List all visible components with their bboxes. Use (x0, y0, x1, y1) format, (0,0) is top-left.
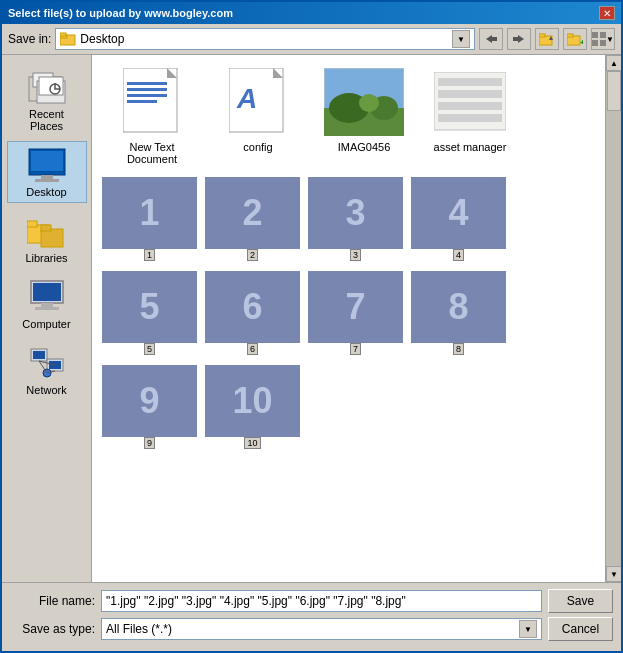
file-item-8[interactable]: 8 8 (411, 271, 506, 355)
scroll-down-button[interactable]: ▼ (606, 566, 621, 582)
svg-rect-42 (127, 88, 167, 91)
file-name: asset manager (434, 141, 507, 153)
scroll-up-button[interactable]: ▲ (606, 55, 621, 71)
svg-rect-56 (438, 102, 502, 110)
filename-label: File name: (10, 594, 95, 608)
file-name: IMAG0456 (338, 141, 391, 153)
svg-rect-26 (41, 225, 51, 231)
asset-manager-thumbnail (434, 72, 506, 132)
back-icon (484, 33, 498, 45)
svg-rect-24 (27, 221, 37, 227)
svg-rect-8 (567, 34, 573, 37)
sidebar-item-label: Libraries (25, 252, 67, 264)
libraries-icon (27, 212, 67, 250)
svg-text:+: + (580, 38, 583, 46)
svg-text:A: A (236, 83, 257, 114)
folder-up-button[interactable] (535, 28, 559, 50)
file-item-10[interactable]: 10 10 (205, 365, 300, 449)
file-item-config[interactable]: A config (208, 65, 308, 167)
scrollbar[interactable]: ▲ ▼ (605, 55, 621, 582)
sidebar-item-desktop[interactable]: Desktop (7, 141, 87, 203)
svg-rect-30 (35, 307, 59, 310)
tiles-row-3: 9 9 10 10 (102, 365, 595, 449)
svg-rect-28 (33, 283, 61, 301)
svg-rect-4 (513, 37, 518, 41)
file-item-6[interactable]: 6 6 (205, 271, 300, 355)
file-item-imag0456[interactable]: IMAG0456 (314, 65, 414, 167)
location-combo-arrow[interactable]: ▼ (452, 30, 470, 48)
save-button[interactable]: Save (548, 589, 613, 613)
sidebar-item-label: Computer (22, 318, 70, 330)
tiles-row-1: 1 1 2 2 3 3 (102, 177, 595, 261)
back-button[interactable] (479, 28, 503, 50)
tile-number: 3 (345, 195, 365, 231)
svg-rect-10 (592, 32, 598, 38)
tile-number: 10 (232, 383, 272, 419)
views-button[interactable]: ▼ (591, 28, 615, 50)
svg-rect-2 (60, 33, 66, 36)
file-item-2[interactable]: 2 2 (205, 177, 300, 261)
svg-point-52 (359, 94, 379, 112)
tile-badge: 7 (350, 343, 361, 355)
filetype-value: All Files (*.*) (106, 622, 172, 636)
folder-icon (60, 32, 76, 46)
file-item-4[interactable]: 4 4 (411, 177, 506, 261)
sidebar-item-network[interactable]: Network (7, 339, 87, 401)
tile-badge: 3 (350, 249, 361, 261)
toolbar: Save in: Desktop ▼ (2, 24, 621, 55)
sidebar-item-recent-places[interactable]: Recent Places (7, 63, 87, 137)
file-item-7[interactable]: 7 7 (308, 271, 403, 355)
tile-badge: 1 (144, 249, 155, 261)
location-text: Desktop (80, 32, 124, 46)
sidebar-item-libraries[interactable]: Libraries (7, 207, 87, 269)
dialog-window: Select file(s) to upload by www.bogley.c… (0, 0, 623, 653)
tile-number: 1 (139, 195, 159, 231)
file-item-1[interactable]: 1 1 (102, 177, 197, 261)
file-name: config (243, 141, 272, 153)
file-area: New Text Document A config (92, 55, 605, 582)
filename-input[interactable] (101, 590, 542, 612)
text-doc-thumbnail (123, 68, 181, 136)
filetype-select[interactable]: All Files (*.*) ▼ (101, 618, 542, 640)
config-thumbnail: A (229, 68, 287, 136)
photo-thumbnail (324, 68, 404, 136)
file-item-asset-manager[interactable]: asset manager (420, 65, 520, 167)
tile-number: 2 (242, 195, 262, 231)
sidebar-item-label: Network (26, 384, 66, 396)
svg-rect-44 (127, 100, 157, 103)
cancel-button[interactable]: Cancel (548, 617, 613, 641)
title-bar-text: Select file(s) to upload by www.bogley.c… (8, 7, 233, 19)
file-item-3[interactable]: 3 3 (308, 177, 403, 261)
tiles-row-2: 5 5 6 6 7 7 (102, 271, 595, 355)
filetype-combo-arrow[interactable]: ▼ (519, 620, 537, 638)
scroll-track[interactable] (606, 71, 621, 566)
title-bar: Select file(s) to upload by www.bogley.c… (2, 2, 621, 24)
file-item-5[interactable]: 5 5 (102, 271, 197, 355)
tile-number: 9 (139, 383, 159, 419)
tile-number: 8 (448, 289, 468, 325)
top-file-row: New Text Document A config (102, 65, 595, 167)
location-combo[interactable]: Desktop ▼ (55, 28, 475, 50)
main-content: Recent Places Desktop (2, 55, 621, 582)
sidebar: Recent Places Desktop (2, 55, 92, 582)
network-icon (27, 344, 67, 382)
tile-badge: 4 (453, 249, 464, 261)
tile-badge: 2 (247, 249, 258, 261)
file-item-9[interactable]: 9 9 (102, 365, 197, 449)
recent-places-icon (27, 68, 67, 106)
create-folder-button[interactable]: + (563, 28, 587, 50)
svg-rect-25 (41, 229, 63, 247)
forward-button[interactable] (507, 28, 531, 50)
svg-rect-21 (41, 175, 53, 179)
forward-icon (512, 33, 526, 45)
sidebar-item-computer[interactable]: Computer (7, 273, 87, 335)
file-item-new-text-doc[interactable]: New Text Document (102, 65, 202, 167)
filetype-row: Save as type: All Files (*.*) ▼ Cancel (10, 617, 613, 641)
svg-rect-54 (438, 78, 502, 86)
tile-badge: 5 (144, 343, 155, 355)
file-name: New Text Document (104, 141, 200, 165)
sidebar-item-label: Recent Places (12, 108, 82, 132)
close-button[interactable]: ✕ (599, 6, 615, 20)
scroll-thumb[interactable] (607, 71, 621, 111)
tile-number: 7 (345, 289, 365, 325)
